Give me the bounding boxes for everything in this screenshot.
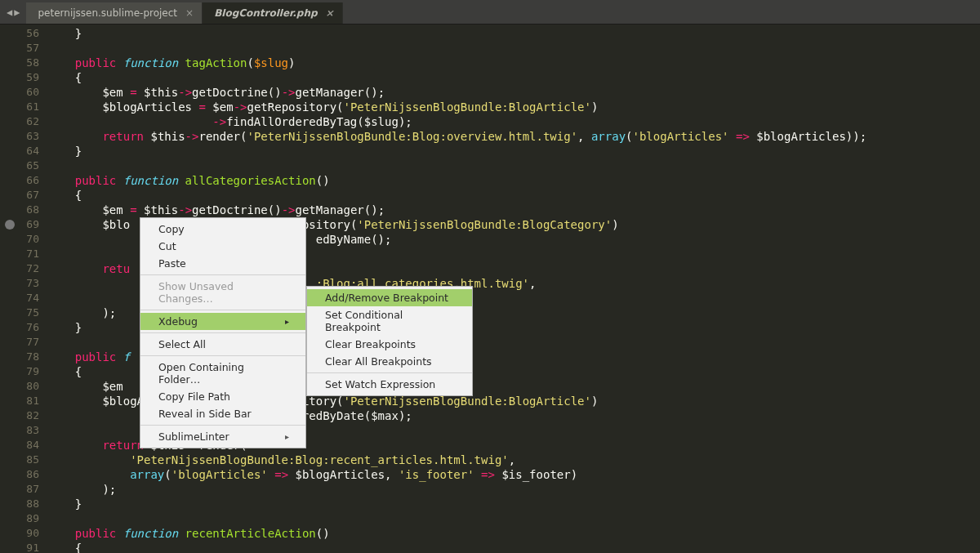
code-line[interactable]: return $this->render('PeterNijssenBlogBu… <box>47 129 980 144</box>
line-number[interactable]: 71 <box>0 247 39 261</box>
line-number[interactable]: 90 <box>0 526 39 541</box>
menu-item-label: SublimeLinter <box>158 430 229 443</box>
menu-separator <box>140 355 305 356</box>
code-line[interactable]: } <box>47 144 980 158</box>
line-number[interactable]: 77 <box>0 335 39 350</box>
tab-label: BlogController.php <box>214 7 317 19</box>
submenu-item-set-conditional-breakpoint[interactable]: Set Conditional Breakpoint <box>307 306 472 336</box>
breakpoint-marker[interactable] <box>5 220 15 230</box>
code-line[interactable]: array('blogArticles' => $blogArticles, '… <box>47 467 980 482</box>
code-line[interactable] <box>47 41 980 56</box>
submenu-item-clear-all-breakpoints[interactable]: Clear All Breakpoints <box>307 353 472 370</box>
line-number[interactable]: 76 <box>0 320 39 335</box>
line-number[interactable]: 83 <box>0 423 39 438</box>
code-line[interactable]: ); <box>47 482 980 497</box>
line-number[interactable]: 82 <box>0 408 39 423</box>
code-line[interactable]: } <box>47 26 980 41</box>
line-number[interactable]: 75 <box>0 305 39 320</box>
line-number[interactable]: 70 <box>0 232 39 247</box>
line-number[interactable]: 58 <box>0 56 39 70</box>
menu-item-copy-file-path[interactable]: Copy File Path <box>140 388 305 405</box>
menu-item-label: Reveal in Side Bar <box>158 408 252 420</box>
menu-item-label: Select All <box>158 338 206 350</box>
tabs-container: peternijssen.sublime-project×BlogControl… <box>26 0 342 24</box>
code-line[interactable]: { <box>47 541 980 553</box>
code-line[interactable]: ->findAllOrderedByTag($slug); <box>47 114 980 129</box>
line-number[interactable]: 59 <box>0 70 39 85</box>
menu-item-copy[interactable]: Copy <box>140 221 305 238</box>
code-line[interactable]: $blogArticles = $em->getRepository('Pete… <box>47 100 980 114</box>
tab-0[interactable]: peternijssen.sublime-project× <box>26 2 203 24</box>
menu-separator <box>140 274 305 275</box>
line-number[interactable]: 79 <box>0 364 39 379</box>
menu-item-label: Xdebug <box>158 315 198 328</box>
line-number[interactable]: 67 <box>0 188 39 203</box>
line-number[interactable]: 84 <box>0 438 39 453</box>
line-number[interactable]: 65 <box>0 158 39 173</box>
menu-item-xdebug[interactable]: Xdebug▸ <box>140 313 305 330</box>
context-menu: CopyCutPasteShow Unsaved Changes…Xdebug▸… <box>140 217 306 448</box>
xdebug-submenu: Add/Remove BreakpointSet Conditional Bre… <box>306 286 473 396</box>
code-line[interactable]: public function allCategoriesAction() <box>47 173 980 188</box>
menu-item-label: Cut <box>158 240 176 252</box>
menu-item-label: Copy File Path <box>158 390 230 403</box>
line-number[interactable]: 74 <box>0 291 39 305</box>
nav-forward-icon[interactable]: ▶ <box>14 7 20 18</box>
line-number[interactable]: 61 <box>0 100 39 114</box>
gutter[interactable]: 5657585960616263646566676869707172737475… <box>0 25 47 553</box>
menu-item-sublimelinter[interactable]: SublimeLinter▸ <box>140 428 305 445</box>
code-line[interactable]: 'PeterNijssenBlogBundle:Blog:recent_arti… <box>47 453 980 467</box>
code-line[interactable] <box>47 511 980 526</box>
menu-item-open-containing-folder[interactable]: Open Containing Folder… <box>140 359 305 388</box>
code-line[interactable]: $em = $this->getDoctrine()->getManager()… <box>47 85 980 100</box>
line-number[interactable]: 78 <box>0 350 39 364</box>
menu-item-cut[interactable]: Cut <box>140 238 305 255</box>
menu-separator <box>307 372 472 373</box>
close-icon[interactable]: × <box>185 7 194 19</box>
line-number[interactable]: 73 <box>0 276 39 291</box>
line-number[interactable]: 60 <box>0 85 39 100</box>
menu-separator <box>140 310 305 310</box>
submenu-arrow-icon: ▸ <box>285 317 289 326</box>
close-icon[interactable]: × <box>326 7 334 19</box>
code-line[interactable]: public function recentArticleAction() <box>47 526 980 541</box>
submenu-item-clear-breakpoints[interactable]: Clear Breakpoints <box>307 336 472 353</box>
code-line[interactable] <box>47 158 980 173</box>
line-number[interactable]: 64 <box>0 144 39 158</box>
line-number[interactable]: 81 <box>0 394 39 408</box>
line-number[interactable]: 62 <box>0 114 39 129</box>
menu-item-label: Show Unsaved Changes… <box>158 280 289 305</box>
line-number[interactable]: 63 <box>0 129 39 144</box>
line-number[interactable]: 68 <box>0 203 39 217</box>
line-number[interactable]: 56 <box>0 26 39 41</box>
menu-item-paste[interactable]: Paste <box>140 255 305 272</box>
submenu-item-add-remove-breakpoint[interactable]: Add/Remove Breakpoint <box>307 289 472 306</box>
code-line[interactable]: { <box>47 188 980 203</box>
menu-item-label: Open Containing Folder… <box>158 361 289 386</box>
menu-item-select-all[interactable]: Select All <box>140 336 305 353</box>
tab-label: peternijssen.sublime-project <box>38 7 177 19</box>
line-number[interactable]: 80 <box>0 379 39 394</box>
line-number[interactable]: 89 <box>0 511 39 526</box>
tab-1[interactable]: BlogController.php× <box>203 2 343 24</box>
code-line[interactable]: $em = $this->getDoctrine()->getManager()… <box>47 203 980 217</box>
code-line[interactable]: } <box>47 497 980 511</box>
submenu-arrow-icon: ▸ <box>285 432 289 441</box>
line-number[interactable]: 85 <box>0 453 39 467</box>
line-number[interactable]: 88 <box>0 497 39 511</box>
line-number[interactable]: 91 <box>0 541 39 553</box>
code-line[interactable]: { <box>47 70 980 85</box>
line-number[interactable]: 72 <box>0 261 39 276</box>
submenu-item-set-watch-expression[interactable]: Set Watch Expression <box>307 376 472 393</box>
menu-item-label: Copy <box>158 223 185 235</box>
menu-item-show-unsaved-changes: Show Unsaved Changes… <box>140 278 305 307</box>
menu-item-label: Paste <box>158 257 186 270</box>
menu-separator <box>140 332 305 333</box>
menu-item-reveal-in-side-bar[interactable]: Reveal in Side Bar <box>140 405 305 422</box>
line-number[interactable]: 66 <box>0 173 39 188</box>
line-number[interactable]: 57 <box>0 41 39 56</box>
line-number[interactable]: 86 <box>0 467 39 482</box>
nav-back-icon[interactable]: ◀ <box>7 7 12 18</box>
line-number[interactable]: 87 <box>0 482 39 497</box>
code-line[interactable]: public function tagAction($slug) <box>47 56 980 70</box>
